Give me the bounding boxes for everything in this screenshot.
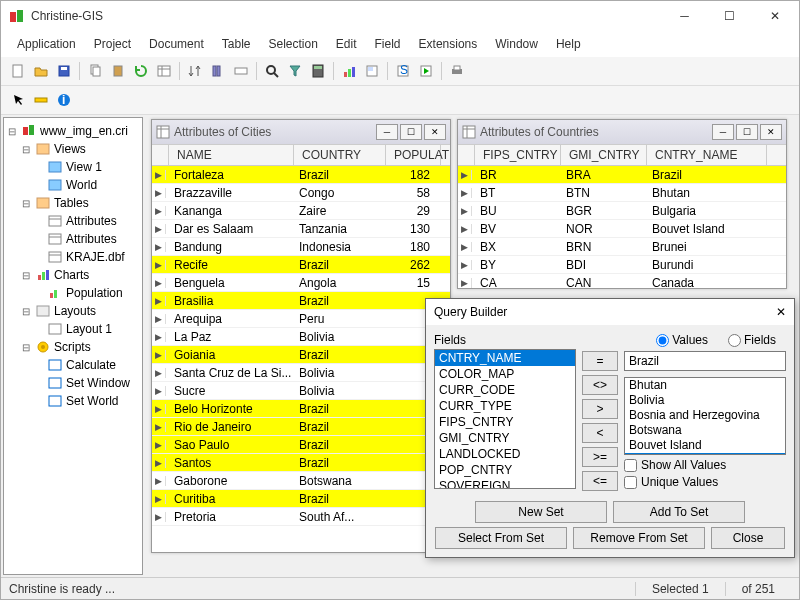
list-item[interactable]: CURR_CODE [435, 382, 575, 398]
list-item[interactable]: Bolivia [625, 393, 785, 408]
close-button[interactable]: Close [711, 527, 785, 549]
menu-table[interactable]: Table [214, 33, 259, 55]
layout-icon[interactable] [361, 60, 383, 82]
list-item[interactable]: CURR_TYPE [435, 398, 575, 414]
menu-edit[interactable]: Edit [328, 33, 365, 55]
chart-icon[interactable] [338, 60, 360, 82]
list-item[interactable]: Bouvet Island [625, 438, 785, 453]
save-icon[interactable] [53, 60, 75, 82]
close-button[interactable]: ✕ [752, 2, 797, 30]
table-row[interactable]: ▶BUBGRBulgaria [458, 202, 786, 220]
maximize-button[interactable]: ☐ [707, 2, 752, 30]
table-row[interactable]: ▶BTBTNBhutan [458, 184, 786, 202]
add-to-set-button[interactable]: Add To Set [613, 501, 745, 523]
tree-layouts[interactable]: Layouts [54, 304, 96, 318]
table-row[interactable]: ▶FortalezaBrazil182 [152, 166, 450, 184]
countries-titlebar[interactable]: Attributes of Countries ─☐✕ [458, 120, 786, 144]
tree-item[interactable]: KRAJE.dbf [66, 250, 125, 264]
table-row[interactable]: ▶Sao PauloBrazil [152, 436, 450, 454]
tree-item[interactable]: Layout 1 [66, 322, 112, 336]
min-icon[interactable]: ─ [376, 124, 398, 140]
menu-application[interactable]: Application [9, 33, 84, 55]
show-all-checkbox[interactable]: Show All Values [624, 458, 786, 472]
sort-icon[interactable] [184, 60, 206, 82]
info-icon[interactable]: i [53, 89, 75, 111]
close-icon[interactable]: ✕ [424, 124, 446, 140]
max-icon[interactable]: ☐ [736, 124, 758, 140]
tree-item[interactable]: Set World [66, 394, 118, 408]
dialog-titlebar[interactable]: Query Builder ✕ [426, 299, 794, 325]
tree-item[interactable]: Attributes [66, 214, 117, 228]
table-row[interactable]: ▶ArequipaPeru [152, 310, 450, 328]
tree-charts[interactable]: Charts [54, 268, 89, 282]
fields-listbox[interactable]: CNTRY_NAMECOLOR_MAPCURR_CODECURR_TYPEFIP… [434, 349, 576, 489]
list-item[interactable]: Brazil [625, 453, 785, 455]
table-row[interactable]: ▶Santa Cruz de La Si...Bolivia [152, 364, 450, 382]
min-icon[interactable]: ─ [712, 124, 734, 140]
table-icon[interactable] [153, 60, 175, 82]
table-row[interactable]: ▶PretoriaSouth Af... [152, 508, 450, 526]
table-row[interactable]: ▶BrazzavilleCongo58 [152, 184, 450, 202]
tree-item[interactable]: View 1 [66, 160, 102, 174]
print-icon[interactable] [446, 60, 468, 82]
operator-button[interactable]: <= [582, 471, 618, 491]
table-row[interactable]: ▶BandungIndonesia180 [152, 238, 450, 256]
copy-icon[interactable] [84, 60, 106, 82]
tree-root[interactable]: www_img_en.cri [40, 124, 128, 138]
close-icon[interactable]: ✕ [760, 124, 782, 140]
tree-item[interactable]: World [66, 178, 97, 192]
table-row[interactable]: ▶GoianiaBrazil [152, 346, 450, 364]
operator-button[interactable]: <> [582, 375, 618, 395]
table-row[interactable]: ▶Dar es SalaamTanzania130 [152, 220, 450, 238]
operator-button[interactable]: < [582, 423, 618, 443]
pointer-icon[interactable] [7, 89, 29, 111]
run-icon[interactable] [415, 60, 437, 82]
table-row[interactable]: ▶Rio de JaneiroBrazil [152, 418, 450, 436]
values-radio[interactable]: Values [656, 333, 708, 347]
new-icon[interactable] [7, 60, 29, 82]
table-row[interactable]: ▶BrasiliaBrazil [152, 292, 450, 310]
tree-item[interactable]: Set Window [66, 376, 130, 390]
new-set-button[interactable]: New Set [475, 501, 607, 523]
menu-extensions[interactable]: Extensions [411, 33, 486, 55]
table-row[interactable]: ▶CACANCanada [458, 274, 786, 288]
list-item[interactable]: COLOR_MAP [435, 366, 575, 382]
calc-icon[interactable] [307, 60, 329, 82]
table-row[interactable]: ▶BenguelaAngola15 [152, 274, 450, 292]
list-item[interactable]: Bhutan [625, 378, 785, 393]
fields-radio[interactable]: Fields [728, 333, 776, 347]
remove-from-set-button[interactable]: Remove From Set [573, 527, 705, 549]
tree-scripts[interactable]: Scripts [54, 340, 91, 354]
list-item[interactable]: CNTRY_NAME [435, 350, 575, 366]
table-row[interactable]: ▶BRBRABrazil [458, 166, 786, 184]
list-item[interactable]: Botswana [625, 423, 785, 438]
select-from-set-button[interactable]: Select From Set [435, 527, 567, 549]
operator-button[interactable]: = [582, 351, 618, 371]
table-row[interactable]: ▶CuritibaBrazil [152, 490, 450, 508]
table-row[interactable]: ▶SantosBrazil [152, 454, 450, 472]
table-row[interactable]: ▶BYBDIBurundi [458, 256, 786, 274]
tree-views[interactable]: Views [54, 142, 86, 156]
paste-icon[interactable] [107, 60, 129, 82]
values-listbox[interactable]: BhutanBoliviaBosnia and HerzegovinaBotsw… [624, 377, 786, 455]
script-icon[interactable]: S [392, 60, 414, 82]
close-icon[interactable]: ✕ [776, 305, 786, 319]
list-item[interactable]: POP_CNTRY [435, 462, 575, 478]
table-row[interactable]: ▶KanangaZaire29 [152, 202, 450, 220]
table-row[interactable]: ▶RecifeBrazil262 [152, 256, 450, 274]
query-icon[interactable] [284, 60, 306, 82]
list-item[interactable]: Bosnia and Herzegovina [625, 408, 785, 423]
operator-button[interactable]: > [582, 399, 618, 419]
unique-checkbox[interactable]: Unique Values [624, 475, 786, 489]
cities-titlebar[interactable]: Attributes of Cities ─☐✕ [152, 120, 450, 144]
menu-document[interactable]: Document [141, 33, 212, 55]
table-row[interactable]: ▶GaboroneBotswana [152, 472, 450, 490]
open-icon[interactable] [30, 60, 52, 82]
menu-selection[interactable]: Selection [260, 33, 325, 55]
list-item[interactable]: SOVEREIGN [435, 478, 575, 489]
operator-button[interactable]: >= [582, 447, 618, 467]
tree-item[interactable]: Population [66, 286, 123, 300]
table-row[interactable]: ▶SucreBolivia [152, 382, 450, 400]
tree-item[interactable]: Attributes [66, 232, 117, 246]
field-icon[interactable] [230, 60, 252, 82]
